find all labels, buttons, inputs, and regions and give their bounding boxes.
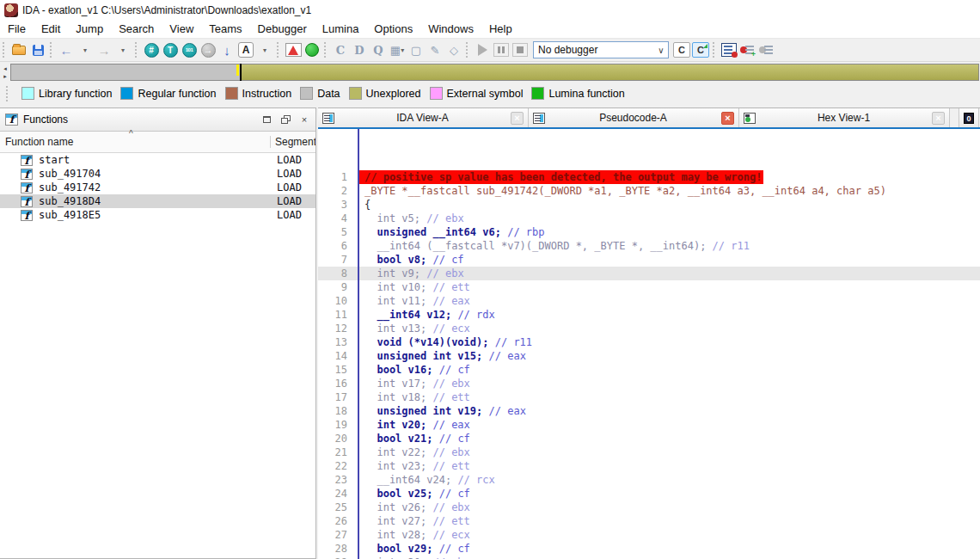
code-line[interactable]: 10 int v11; // eax <box>318 294 980 308</box>
code-line[interactable]: 17 int v18; // ett <box>318 390 980 404</box>
code-line[interactable]: 29 int v30; // ebx <box>318 556 980 559</box>
code-line[interactable]: 19 int v20; // eax <box>318 418 980 432</box>
jump-xref-button[interactable]: → <box>199 40 217 59</box>
code-line[interactable]: 21 int v22; // ebx <box>318 445 980 459</box>
navigation-band[interactable] <box>10 64 979 81</box>
save-button[interactable] <box>29 40 46 59</box>
breakpoint-list-button[interactable] <box>720 40 738 59</box>
menu-file[interactable]: File <box>0 21 34 38</box>
debugger-stop-button[interactable] <box>511 40 529 59</box>
tab-extra[interactable]: 0 <box>959 108 979 127</box>
code-line[interactable]: 6 __int64 (__fastcall *v7)(_DWORD *, _BY… <box>318 239 980 253</box>
code-line[interactable]: 1// positive sp value has been detected,… <box>318 170 980 184</box>
code-line[interactable]: 15 bool v16; // cf <box>318 363 980 377</box>
debugger-start-button[interactable] <box>474 40 491 59</box>
code-line[interactable]: 4 int v5; // ebx <box>318 212 980 225</box>
lumina-button[interactable] <box>303 40 321 59</box>
code-line[interactable]: 16 int v17; // ebx <box>318 377 980 390</box>
panel-maximize-button[interactable] <box>260 114 273 125</box>
back-history-dropdown[interactable]: ▾ <box>77 40 94 59</box>
code-line[interactable]: 14 unsigned int v15; // eax <box>318 349 980 363</box>
debugger-selector[interactable]: No debugger ∨ <box>533 41 669 58</box>
toolbar-grip[interactable] <box>135 42 138 58</box>
create-struct-button[interactable]: ▢ <box>407 40 425 59</box>
tab-close-icon[interactable]: × <box>721 112 734 125</box>
function-row[interactable]: fsub_4918D4LOAD <box>0 194 315 208</box>
navband-right-icon[interactable]: ▸ <box>3 72 7 80</box>
make-code-button[interactable]: C <box>332 40 349 59</box>
tab-close-icon[interactable]: × <box>511 112 524 125</box>
debugger-pause-button[interactable] <box>493 40 510 59</box>
edit-function-button[interactable]: ✎ <box>426 40 444 59</box>
code-line[interactable]: 7 bool v8; // cf <box>318 253 980 267</box>
string-style-dropdown[interactable]: ▾ <box>256 40 273 59</box>
code-line[interactable]: 22 int v23; // ett <box>318 459 980 473</box>
tab-hex-view-1[interactable]: Hex View-1× <box>739 108 950 127</box>
disabled-breakpoint-button[interactable] <box>758 40 775 59</box>
functions-table-header[interactable]: ^ Function name Segment <box>0 132 315 153</box>
menu-jump[interactable]: Jump <box>68 21 111 38</box>
make-data-button[interactable]: D <box>351 40 368 59</box>
undefine-button[interactable]: ◇ <box>445 40 462 59</box>
jump-down-button[interactable]: ↓ <box>218 40 236 59</box>
code-line[interactable]: 24 bool v25; // cf <box>318 487 980 501</box>
menu-debugger[interactable]: Debugger <box>250 21 315 38</box>
code-line[interactable]: 25 int v26; // ebx <box>318 501 980 514</box>
ascii-string-button[interactable]: A <box>237 40 254 59</box>
code-line[interactable]: 8 int v9; // ebx <box>318 267 980 280</box>
code-line[interactable]: 26 int v27; // ett <box>318 514 980 528</box>
code-line[interactable]: 9 int v10; // ett <box>318 280 980 294</box>
function-row[interactable]: fsub_491742LOAD <box>0 181 315 194</box>
menu-edit[interactable]: Edit <box>34 21 68 38</box>
tab-close-icon[interactable]: × <box>932 112 945 125</box>
set-colors-button[interactable] <box>285 40 302 59</box>
code-line[interactable]: 20 bool v21; // cf <box>318 432 980 445</box>
code-line[interactable]: 11 __int64 v12; // rdx <box>318 308 980 322</box>
jump-to-address-button[interactable]: # <box>143 40 160 59</box>
code-line[interactable]: 3{ <box>318 198 980 212</box>
open-file-button[interactable] <box>10 40 28 59</box>
code-line[interactable]: 2_BYTE *__fastcall sub_491742(_DWORD *a1… <box>318 184 980 198</box>
navigate-forward-button[interactable]: → <box>95 40 113 59</box>
panel-float-button[interactable] <box>279 114 291 125</box>
navband-scroll-arrows[interactable]: ◂ ▸ <box>0 64 10 80</box>
toolbar-grip[interactable] <box>6 86 9 101</box>
menu-view[interactable]: View <box>162 21 201 38</box>
add-breakpoint-button[interactable]: + <box>739 40 756 59</box>
function-row[interactable]: fsub_491704LOAD <box>0 167 315 181</box>
navband-unexplored-segment[interactable] <box>240 64 979 80</box>
toolbar-grip[interactable] <box>324 42 328 58</box>
code-line[interactable]: 5 unsigned __int64 v6; // rbp <box>318 225 980 239</box>
forward-history-dropdown[interactable]: ▾ <box>114 40 132 59</box>
toolbar-grip[interactable] <box>466 42 469 58</box>
menu-search[interactable]: Search <box>111 21 162 38</box>
toolbar-grip[interactable] <box>277 42 280 58</box>
code-line[interactable]: 28 bool v29; // cf <box>318 542 980 556</box>
tab-pseudocode-a[interactable]: Pseudocode-A× <box>529 108 739 127</box>
menu-help[interactable]: Help <box>481 21 520 38</box>
jump-by-name-button[interactable]: T <box>162 40 179 59</box>
navigate-back-button[interactable]: ← <box>58 40 75 59</box>
menu-options[interactable]: Options <box>366 21 420 38</box>
column-function-name[interactable]: Function name <box>0 136 270 148</box>
function-row[interactable]: fstartLOAD <box>0 153 315 167</box>
code-line[interactable]: 23 __int64 v24; // rcx <box>318 473 980 487</box>
code-line[interactable]: 27 int v28; // ecx <box>318 528 980 542</box>
make-string-button[interactable]: Q <box>370 40 387 59</box>
code-line[interactable]: 13 void (*v14)(void); // r11 <box>318 335 980 349</box>
menu-windows[interactable]: Windows <box>420 21 481 38</box>
column-segment[interactable]: Segment <box>270 136 315 148</box>
binary-search-button[interactable]: 101 <box>181 40 198 59</box>
tab-ida-view-a[interactable]: IDA View-A× <box>318 108 529 127</box>
menu-teams[interactable]: Teams <box>201 21 249 38</box>
toolbar-grip[interactable] <box>713 42 716 58</box>
pseudocode-view[interactable]: 1// positive sp value has been detected,… <box>318 129 980 559</box>
toolbar-grip[interactable] <box>3 42 6 58</box>
make-array-button[interactable]: ▦▾ <box>389 40 406 59</box>
code-line[interactable]: 12 int v13; // ecx <box>318 322 980 335</box>
attach-process-button[interactable]: C <box>673 40 690 59</box>
toolbar-grip[interactable] <box>50 42 53 58</box>
navband-left-icon[interactable]: ◂ <box>3 64 7 72</box>
code-line[interactable]: 18 unsigned int v19; // eax <box>318 404 980 418</box>
continue-process-button[interactable]: C <box>692 40 709 59</box>
